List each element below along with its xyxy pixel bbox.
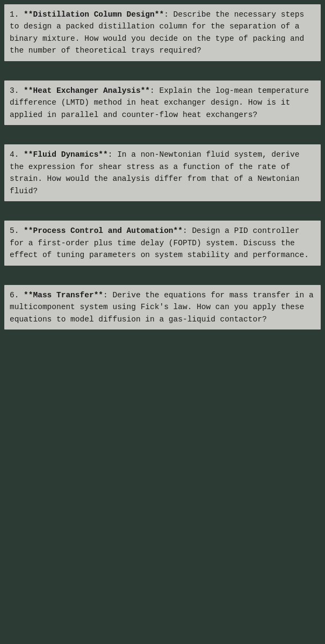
question-separator-q4: :	[108, 150, 117, 159]
question-number-q4: 4.	[10, 150, 24, 159]
question-number-q5: 5.	[10, 226, 24, 235]
question-block-q3: 3. **Heat Exchanger Analysis**: Explain …	[4, 80, 321, 125]
question-title-q4: **Fluid Dynamics**	[24, 150, 108, 159]
question-separator-q3: :	[150, 86, 159, 95]
question-block-q1: 1. **Distillation Column Design**: Descr…	[4, 4, 321, 61]
question-title-q1: **Distillation Column Design**	[24, 10, 164, 19]
question-title-q6: **Mass Transfer**	[24, 291, 103, 299]
question-number-q3: 3.	[10, 86, 24, 95]
questions-container: 1. **Distillation Column Design**: Descr…	[4, 4, 321, 330]
question-block-q5: 5. **Process Control and Automation**: D…	[4, 221, 321, 265]
question-title-q3: **Heat Exchanger Analysis**	[24, 86, 150, 95]
question-block-q6: 6. **Mass Transfer**: Derive the equatio…	[4, 285, 321, 330]
question-separator-q6: :	[103, 291, 112, 299]
question-separator-q1: :	[164, 10, 173, 19]
question-block-q4: 4. **Fluid Dynamics**: In a non-Newtonia…	[4, 144, 321, 201]
question-number-q6: 6.	[10, 291, 24, 299]
question-number-q1: 1.	[10, 10, 24, 19]
question-separator-q5: :	[183, 226, 192, 235]
question-title-q5: **Process Control and Automation**	[24, 226, 183, 235]
